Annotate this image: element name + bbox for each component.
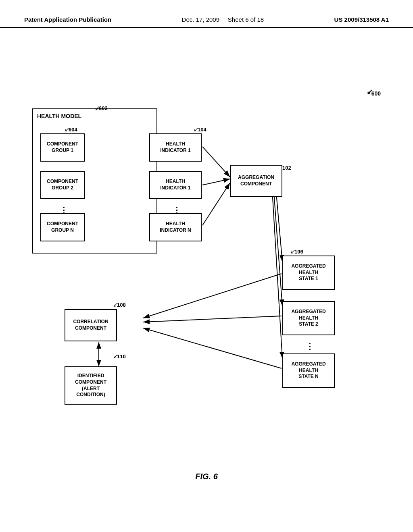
ref-106: 106 xyxy=(294,249,303,255)
ref-604: 604 xyxy=(69,127,77,133)
aggregated-health-state-1-label: AGGREGATED HEALTH STATE 1 xyxy=(291,263,325,282)
ref-106-arrow: ↙ xyxy=(290,248,296,255)
aggregated-health-state-1-box: AGGREGATED HEALTH STATE 1 xyxy=(282,256,335,290)
header-left: Patent Application Publication xyxy=(24,16,111,23)
health-indicator-n-box: HEALTH INDICATOR N xyxy=(149,213,202,241)
ref-600-arrow: ↙ xyxy=(367,87,373,96)
component-group-2-label: COMPONENT GROUP 2 xyxy=(47,179,78,191)
correlation-component-label: CORRELATION COMPONENT xyxy=(73,319,108,331)
patent-page: Patent Application Publication Dec. 17, … xyxy=(0,0,413,532)
figure-label: FIG. 6 xyxy=(195,472,218,481)
health-indicator-1b-box: HEALTH INDICATOR 1 xyxy=(149,171,202,199)
correlation-component-box: CORRELATION COMPONENT xyxy=(65,309,117,341)
header-center: Dec. 17, 2009 Sheet 6 of 18 xyxy=(182,16,264,23)
ref-602: 602 xyxy=(99,105,108,111)
arrows-svg xyxy=(0,28,413,503)
svg-line-13 xyxy=(143,328,282,368)
ref-602-arrow: ↙ xyxy=(95,104,100,112)
svg-line-6 xyxy=(202,179,230,185)
health-indicator-n-label: HEALTH INDICATOR N xyxy=(160,221,191,233)
svg-line-12 xyxy=(143,316,282,322)
header-date: Dec. 17, 2009 xyxy=(182,16,219,23)
svg-line-7 xyxy=(202,183,230,225)
component-group-1-label: COMPONENT GROUP 1 xyxy=(47,141,78,154)
health-indicator-1a-box: HEALTH INDICATOR 1 xyxy=(149,133,202,162)
aggregation-component-box: AGGREGATION COMPONENT xyxy=(230,165,282,197)
header-sheet: Sheet 6 of 18 xyxy=(228,16,264,23)
component-group-2-box: COMPONENT GROUP 2 xyxy=(40,171,85,199)
svg-line-5 xyxy=(202,147,230,177)
page-header: Patent Application Publication Dec. 17, … xyxy=(0,0,413,28)
ref-600: 600 xyxy=(371,90,381,97)
aggregation-component-label: AGGREGATION COMPONENT xyxy=(238,175,274,187)
ref-604-arrow: ↙ xyxy=(65,126,70,133)
component-group-1-box: COMPONENT GROUP 1 xyxy=(40,133,85,162)
aggregated-health-state-n-box: AGGREGATED HEALTH STATE N xyxy=(282,353,335,388)
aggregated-health-state-2-box: AGGREGATED HEALTH STATE 2 xyxy=(282,301,335,335)
ref-108-arrow: ↙ xyxy=(113,301,118,308)
ref-104: 104 xyxy=(198,127,206,133)
dots-states: ⋮ xyxy=(306,341,314,351)
ref-102: 102 xyxy=(282,165,291,171)
health-indicator-1a-label: HEALTH INDICATOR 1 xyxy=(160,141,191,154)
identified-component-label: IDENTIFIED COMPONENT (ALERT CONDITION) xyxy=(75,373,106,398)
health-indicator-1b-label: HEALTH INDICATOR 1 xyxy=(160,179,191,191)
ref-108: 108 xyxy=(117,302,126,308)
diagram-area: 600 ↙ HEALTH MODEL 602 ↙ 604 ↙ COMPONENT… xyxy=(0,28,413,503)
aggregated-health-state-2-label: AGGREGATED HEALTH STATE 2 xyxy=(291,309,325,328)
svg-line-11 xyxy=(143,274,282,318)
ref-104-arrow: ↙ xyxy=(194,126,199,133)
svg-line-9 xyxy=(273,187,282,306)
component-group-n-label: COMPONENT GROUP N xyxy=(47,221,78,233)
ref-110-arrow: ↙ xyxy=(113,353,118,360)
aggregated-health-state-n-label: AGGREGATED HEALTH STATE N xyxy=(291,361,325,380)
ref-110: 110 xyxy=(117,353,126,360)
health-model-label: HEALTH MODEL xyxy=(37,112,81,120)
component-group-n-box: COMPONENT GROUP N xyxy=(40,213,85,241)
identified-component-box: IDENTIFIED COMPONENT (ALERT CONDITION) xyxy=(65,366,117,405)
header-right: US 2009/313508 A1 xyxy=(334,16,389,23)
svg-line-10 xyxy=(272,191,282,358)
